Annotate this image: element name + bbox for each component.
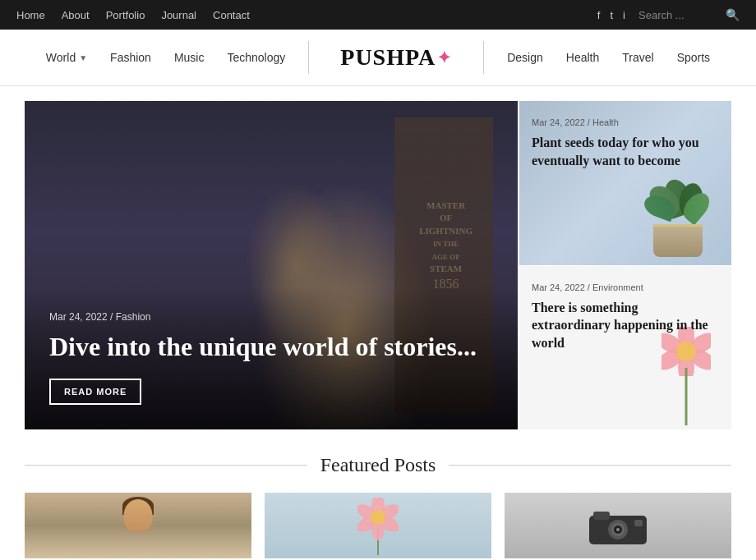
featured-card-img-1 (25, 493, 251, 558)
nav-portfolio[interactable]: Portfolio (106, 9, 145, 21)
nav-item-world[interactable]: World ▼ (46, 51, 87, 64)
person-shape (25, 493, 251, 558)
hero-side-top: Mar 24, 2022 / Health Plant seeds today … (518, 101, 731, 266)
nav-divider-right (483, 41, 484, 74)
succulent-pot (653, 224, 703, 257)
featured-grid (25, 493, 731, 558)
hero-side-top-bg: Mar 24, 2022 / Health Plant seeds today … (519, 101, 731, 265)
nav-divider-left (308, 41, 309, 74)
featured-header: Featured Posts (25, 454, 731, 476)
person-head (124, 499, 153, 532)
side-top-meta: Mar 24, 2022 / Health (532, 117, 719, 127)
svg-point-14 (371, 510, 385, 525)
svg-rect-16 (593, 512, 610, 520)
read-more-button[interactable]: READ MORE (49, 379, 141, 405)
featured-card-1[interactable] (25, 493, 251, 558)
search-input[interactable] (638, 9, 721, 21)
flower2-container (265, 493, 491, 558)
top-bar: Home About Portfolio Journal Contact f t… (0, 0, 756, 30)
camera-svg (585, 503, 651, 549)
hero-title: Dive into the unique world of stories... (49, 331, 493, 362)
search-icon[interactable]: 🔍 (726, 8, 740, 22)
nav-item-music[interactable]: Music (174, 51, 205, 64)
featured-card-3[interactable] (505, 493, 731, 558)
svg-rect-21 (634, 520, 643, 526)
side-top-title: Plant seeds today for who you eventually… (532, 134, 719, 169)
hero-meta: Mar 24, 2022 / Fashion (49, 311, 493, 323)
hero-text-overlay: Mar 24, 2022 / Fashion Dive into the uni… (25, 287, 518, 429)
camera-container (505, 493, 731, 558)
search-area: 🔍 (638, 8, 740, 22)
nav-about[interactable]: About (62, 9, 90, 21)
social-icons: f t i (597, 9, 625, 21)
featured-section: Featured Posts (0, 429, 756, 560)
instagram-icon[interactable]: i (623, 9, 625, 21)
twitter-icon[interactable]: t (610, 9, 613, 21)
side-bottom-title: There is something extraordinary happeni… (532, 299, 719, 352)
hero-main-panel: MASTEROFLIGHTNINGIN THEAGE OFSTEAM1856 M… (25, 101, 518, 429)
top-nav-links: Home About Portfolio Journal Contact (16, 9, 250, 21)
succulent-plant (645, 179, 711, 228)
nav-item-sports[interactable]: Sports (677, 51, 710, 64)
top-bar-right: f t i 🔍 (597, 8, 740, 22)
nav-item-technology[interactable]: Technology (227, 51, 285, 64)
featured-title: Featured Posts (320, 454, 436, 476)
featured-line-right (449, 465, 731, 466)
chevron-down-icon: ▼ (79, 53, 87, 62)
hero-side-top-text: Mar 24, 2022 / Health Plant seeds today … (532, 117, 719, 169)
featured-card-2[interactable] (265, 493, 491, 558)
svg-point-20 (616, 528, 620, 531)
flower2-svg (357, 498, 399, 555)
site-logo[interactable]: PUSHPA✦ (332, 44, 460, 71)
main-nav: World ▼ Fashion Music Technology PUSHPA✦… (0, 30, 756, 86)
nav-item-design[interactable]: Design (507, 51, 543, 64)
featured-card-img-3 (505, 493, 731, 558)
nav-item-fashion[interactable]: Fashion (110, 51, 151, 64)
featured-line-left (25, 465, 307, 466)
side-bottom-meta: Mar 24, 2022 / Environment (532, 282, 719, 292)
hero-side-bottom-text: Mar 24, 2022 / Environment There is some… (532, 282, 719, 352)
succulent-illustration (637, 183, 719, 257)
nav-journal[interactable]: Journal (161, 9, 196, 21)
hero-side-bottom: Mar 24, 2022 / Environment There is some… (518, 266, 731, 430)
logo-star: ✦ (437, 48, 452, 67)
featured-card-img-2 (265, 493, 491, 558)
nav-item-travel[interactable]: Travel (622, 51, 653, 64)
nav-home[interactable]: Home (16, 9, 45, 21)
facebook-icon[interactable]: f (597, 9, 601, 21)
nav-contact[interactable]: Contact (213, 9, 250, 21)
hero-bg-text: MASTEROFLIGHTNINGIN THEAGE OFSTEAM1856 (419, 200, 472, 294)
nav-item-health[interactable]: Health (566, 51, 599, 64)
hero-section: MASTEROFLIGHTNINGIN THEAGE OFSTEAM1856 M… (25, 101, 731, 429)
hero-side-panels: Mar 24, 2022 / Health Plant seeds today … (518, 101, 731, 429)
flower-stem (685, 368, 688, 425)
